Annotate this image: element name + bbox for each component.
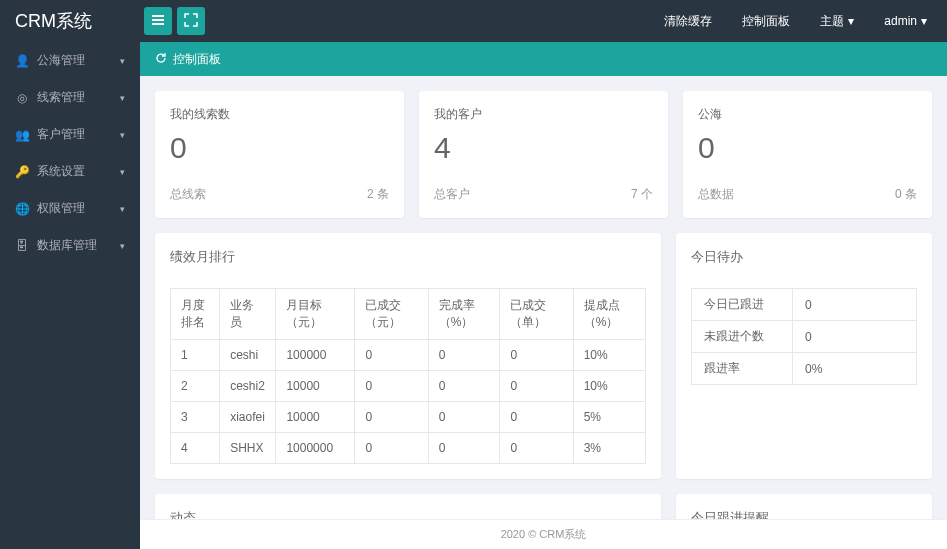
target-icon: ◎ (15, 91, 29, 105)
table-cell: ceshi (220, 340, 276, 371)
sidebar-item-customers[interactable]: 👥 客户管理 ▾ (0, 116, 140, 153)
stat-foot-left: 总客户 (434, 186, 470, 203)
table-cell: 4 (171, 433, 220, 464)
table-cell: 3% (573, 433, 645, 464)
chevron-down-icon: ▾ (120, 241, 125, 251)
toggle-group (144, 7, 205, 35)
table-cell: 0 (500, 340, 573, 371)
table-cell: SHHX (220, 433, 276, 464)
table-header: 已成交（元） (355, 289, 428, 340)
stat-panel-leads: 我的线索数 0 总线索 2 条 (155, 91, 404, 218)
sidebar-item-public[interactable]: 👤 公海管理 ▾ (0, 42, 140, 79)
todo-value: 0 (793, 321, 917, 353)
todo-key: 跟进率 (691, 353, 792, 385)
sidebar-item-database[interactable]: 🗄 数据库管理 ▾ (0, 227, 140, 264)
table-header: 业务员 (220, 289, 276, 340)
table-row: 今日已跟进0 (691, 289, 916, 321)
clear-cache-link[interactable]: 清除缓存 (664, 13, 712, 30)
menu-icon (151, 13, 165, 30)
table-cell: 100000 (276, 340, 355, 371)
stat-value: 0 (698, 133, 917, 163)
user-dropdown[interactable]: admin ▾ (884, 14, 927, 28)
todo-value: 0 (793, 289, 917, 321)
dashboard-link[interactable]: 控制面板 (742, 13, 790, 30)
table-cell: 1000000 (276, 433, 355, 464)
table-cell: 10000 (276, 402, 355, 433)
table-cell: 0 (500, 402, 573, 433)
key-icon: 🔑 (15, 165, 29, 179)
chevron-down-icon: ▾ (848, 14, 854, 28)
table-cell: 10% (573, 371, 645, 402)
fullscreen-button[interactable] (177, 7, 205, 35)
sidebar-item-leads[interactable]: ◎ 线索管理 ▾ (0, 79, 140, 116)
table-cell: ceshi2 (220, 371, 276, 402)
table-header: 完成率（%） (428, 289, 500, 340)
stat-value: 0 (170, 133, 389, 163)
stat-foot-left: 总数据 (698, 186, 734, 203)
table-cell: 0 (500, 433, 573, 464)
footer: 2020 © CRM系统 (140, 519, 947, 549)
sidebar-item-label: 线索管理 (37, 89, 85, 106)
table-header: 月度排名 (171, 289, 220, 340)
trends-title: 动态 (170, 509, 646, 519)
theme-dropdown[interactable]: 主题 ▾ (820, 13, 854, 30)
table-cell: 0 (355, 402, 428, 433)
table-cell: 10% (573, 340, 645, 371)
stat-foot-right: 0 条 (895, 186, 917, 203)
table-cell: xiaofei (220, 402, 276, 433)
todo-table: 今日已跟进0未跟进个数0跟进率0% (691, 288, 917, 385)
breadcrumb: 控制面板 (140, 42, 947, 76)
remind-title: 今日跟进提醒 (691, 509, 917, 519)
menu-toggle-button[interactable] (144, 7, 172, 35)
table-cell: 3 (171, 402, 220, 433)
todo-key: 未跟进个数 (691, 321, 792, 353)
table-header: 提成点（%） (573, 289, 645, 340)
stat-foot-right: 2 条 (367, 186, 389, 203)
sidebar-item-label: 数据库管理 (37, 237, 97, 254)
table-cell: 10000 (276, 371, 355, 402)
todo-value: 0% (793, 353, 917, 385)
sidebar-item-settings[interactable]: 🔑 系统设置 ▾ (0, 153, 140, 190)
chevron-down-icon: ▾ (120, 130, 125, 140)
stat-value: 4 (434, 133, 653, 163)
sidebar-item-permissions[interactable]: 🌐 权限管理 ▾ (0, 190, 140, 227)
sidebar-item-label: 系统设置 (37, 163, 85, 180)
todo-key: 今日已跟进 (691, 289, 792, 321)
table-row: 3xiaofei100000005% (171, 402, 646, 433)
table-cell: 1 (171, 340, 220, 371)
stat-foot-left: 总线索 (170, 186, 206, 203)
stat-panel-customers: 我的客户 4 总客户 7 个 (419, 91, 668, 218)
sidebar-item-label: 公海管理 (37, 52, 85, 69)
user-label: admin (884, 14, 917, 28)
expand-icon (184, 13, 198, 30)
table-cell: 0 (500, 371, 573, 402)
rank-panel: 绩效月排行 月度排名业务员月目标（元）已成交（元）完成率（%）已成交（单）提成点… (155, 233, 661, 479)
rank-table: 月度排名业务员月目标（元）已成交（元）完成率（%）已成交（单）提成点（%） 1c… (170, 288, 646, 464)
table-row: 跟进率0% (691, 353, 916, 385)
sidebar-item-label: 客户管理 (37, 126, 85, 143)
todo-panel: 今日待办 今日已跟进0未跟进个数0跟进率0% (676, 233, 932, 479)
todo-title: 今日待办 (691, 248, 917, 276)
table-row: 4SHHX10000000003% (171, 433, 646, 464)
stat-title: 我的客户 (434, 106, 653, 123)
chevron-down-icon: ▾ (921, 14, 927, 28)
table-header: 月目标（元） (276, 289, 355, 340)
globe-icon: 🌐 (15, 202, 29, 216)
table-row: 未跟进个数0 (691, 321, 916, 353)
rank-title: 绩效月排行 (170, 248, 646, 276)
chevron-down-icon: ▾ (120, 56, 125, 66)
stat-title: 我的线索数 (170, 106, 389, 123)
database-icon: 🗄 (15, 239, 29, 253)
stat-title: 公海 (698, 106, 917, 123)
table-cell: 0 (355, 340, 428, 371)
chevron-down-icon: ▾ (120, 167, 125, 177)
table-row: 2ceshi21000000010% (171, 371, 646, 402)
sidebar-item-label: 权限管理 (37, 200, 85, 217)
theme-label: 主题 (820, 13, 844, 30)
table-cell: 2 (171, 371, 220, 402)
user-icon: 👤 (15, 54, 29, 68)
header: CRM系统 清除缓存 控制面板 主题 ▾ admin ▾ (0, 0, 947, 42)
stat-foot-right: 7 个 (631, 186, 653, 203)
remind-panel: 今日跟进提醒 (676, 494, 932, 519)
header-right: 清除缓存 控制面板 主题 ▾ admin ▾ (664, 13, 947, 30)
